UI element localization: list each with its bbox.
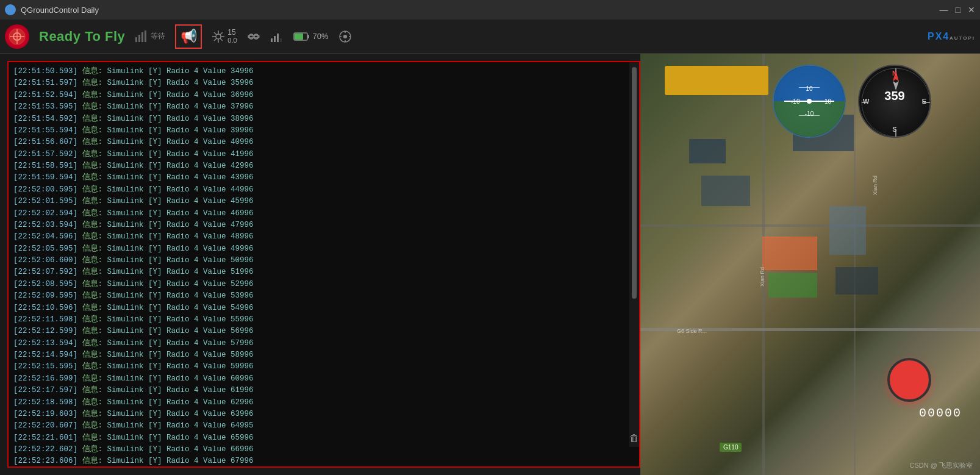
svg-point-8 bbox=[216, 34, 221, 39]
svg-line-16 bbox=[214, 38, 216, 41]
map-area[interactable]: Gaojiaoyua Xian Rd Xian Rd G6 Side R... … bbox=[640, 54, 980, 475]
battery-level: 70% bbox=[313, 32, 329, 41]
megaphone-icon: 📢 bbox=[181, 29, 197, 45]
minimize-button[interactable]: — bbox=[940, 5, 948, 15]
road-horizontal-1 bbox=[640, 224, 980, 227]
log-panel: [22:51:50.593] 信息: Simulink [Y] Radio 4 … bbox=[0, 54, 640, 475]
log-line: [22:51:53.595] 信息: Simulink [Y] Radio 4 … bbox=[13, 101, 624, 113]
link-signal bbox=[270, 30, 284, 43]
main-content: [22:51:50.593] 信息: Simulink [Y] Radio 4 … bbox=[0, 54, 980, 475]
watermark: CSDN @ 飞思实验室 bbox=[910, 461, 973, 470]
clear-log-icon[interactable]: 🗑 bbox=[629, 433, 639, 445]
log-line: [22:51:59.594] 信息: Simulink [Y] Radio 4 … bbox=[13, 172, 624, 184]
signal-status: 等待 bbox=[135, 30, 165, 43]
log-line: [22:52:11.598] 信息: Simulink [Y] Radio 4 … bbox=[13, 314, 624, 326]
app-title: QGroundControl Daily bbox=[21, 5, 935, 15]
link-icon bbox=[247, 30, 260, 43]
sky-half bbox=[774, 66, 845, 101]
log-console[interactable]: [22:51:50.593] 信息: Simulink [Y] Radio 4 … bbox=[7, 61, 640, 468]
log-line: [22:52:04.596] 信息: Simulink [Y] Radio 4 … bbox=[13, 231, 624, 243]
log-line: [22:51:57.592] 信息: Simulink [Y] Radio 4 … bbox=[13, 149, 624, 160]
svg-rect-21 bbox=[274, 36, 276, 42]
compass-east: E bbox=[922, 98, 926, 105]
log-line: [22:52:06.600] 信息: Simulink [Y] Radio 4 … bbox=[13, 255, 624, 266]
record-button[interactable] bbox=[887, 358, 931, 402]
log-line: [22:52:03.594] 信息: Simulink [Y] Radio 4 … bbox=[13, 220, 624, 231]
titlebar: QGroundControl Daily — □ ✕ bbox=[0, 0, 980, 20]
log-line: [22:52:22.602] 信息: Simulink [Y] Radio 4 … bbox=[13, 444, 624, 455]
compass-rose: N S W E 359 bbox=[858, 65, 931, 138]
log-line: [22:52:13.594] 信息: Simulink [Y] Radio 4 … bbox=[13, 338, 624, 349]
map-feature-red bbox=[762, 237, 817, 270]
log-line: [22:52:10.596] 信息: Simulink [Y] Radio 4 … bbox=[13, 302, 624, 314]
svg-text:PX4: PX4 bbox=[928, 31, 950, 41]
log-line: [22:52:00.595] 信息: Simulink [Y] Radio 4 … bbox=[13, 184, 624, 196]
log-lines: [22:51:50.593] 信息: Simulink [Y] Radio 4 … bbox=[9, 62, 629, 466]
counter-display: 00000 bbox=[919, 406, 962, 420]
log-line: [22:52:14.594] 信息: Simulink [Y] Radio 4 … bbox=[13, 349, 624, 361]
building-1 bbox=[689, 139, 726, 163]
log-line: [22:52:21.601] 信息: Simulink [Y] Radio 4 … bbox=[13, 432, 624, 444]
pitch-right-value: 10 bbox=[824, 98, 831, 105]
map-notification bbox=[665, 66, 768, 95]
gps-status bbox=[338, 30, 352, 43]
log-line: [22:51:52.594] 信息: Simulink [Y] Radio 4 … bbox=[13, 90, 624, 101]
road-sign-g110: G110 bbox=[720, 443, 742, 452]
log-line: [22:52:23.606] 信息: Simulink [Y] Radio 4 … bbox=[13, 455, 624, 466]
log-line: [22:52:02.594] 信息: Simulink [Y] Radio 4 … bbox=[13, 208, 624, 220]
map-feature-green bbox=[768, 273, 817, 298]
signal-label: 等待 bbox=[151, 31, 165, 41]
log-line: [22:52:12.599] 信息: Simulink [Y] Radio 4 … bbox=[13, 326, 624, 337]
megaphone-button[interactable]: 📢 bbox=[175, 24, 202, 49]
log-line: [22:51:56.607] 信息: Simulink [Y] Radio 4 … bbox=[13, 137, 624, 148]
log-scrollbar[interactable]: 🗑 bbox=[629, 62, 639, 447]
svg-line-14 bbox=[220, 38, 223, 41]
log-line: [22:52:16.599] 信息: Simulink [Y] Radio 4 … bbox=[13, 373, 624, 385]
svg-rect-4 bbox=[135, 37, 137, 42]
road-label-xian2: Xian Rd bbox=[872, 176, 878, 195]
compass-north: N bbox=[892, 70, 897, 77]
log-line: [22:51:55.594] 信息: Simulink [Y] Radio 4 … bbox=[13, 125, 624, 137]
svg-rect-6 bbox=[141, 32, 143, 42]
attitude-indicator: 10 -10 -10 10 bbox=[773, 65, 846, 138]
flight-status: Ready To Fly bbox=[39, 29, 125, 45]
svg-line-15 bbox=[220, 32, 223, 35]
svg-rect-22 bbox=[277, 34, 279, 42]
battery-status: 70% bbox=[293, 31, 329, 42]
road-label-g6: G6 Side R... bbox=[677, 328, 707, 334]
log-line: [22:52:05.595] 信息: Simulink [Y] Radio 4 … bbox=[13, 243, 624, 255]
svg-rect-18 bbox=[249, 34, 253, 39]
svg-rect-26 bbox=[295, 34, 303, 40]
log-line: [22:51:50.593] 信息: Simulink [Y] Radio 4 … bbox=[13, 66, 624, 77]
heading-value: 359 bbox=[884, 89, 904, 103]
satellite-value: 0.0 bbox=[227, 37, 237, 44]
log-line: [22:52:01.595] 信息: Simulink [Y] Radio 4 … bbox=[13, 196, 624, 207]
scrollbar-thumb[interactable] bbox=[632, 67, 637, 299]
app-icon bbox=[5, 4, 16, 15]
log-line: [22:52:07.592] 信息: Simulink [Y] Radio 4 … bbox=[13, 266, 624, 278]
compass-outer: N S W E 359 bbox=[858, 65, 931, 138]
satellite-count: 15 bbox=[227, 29, 237, 37]
log-line: [22:52:18.598] 信息: Simulink [Y] Radio 4 … bbox=[13, 397, 624, 409]
svg-text:AUTOPILOT: AUTOPILOT bbox=[950, 35, 975, 41]
close-button[interactable]: ✕ bbox=[968, 5, 975, 15]
pitch-left-value: -10 bbox=[791, 98, 799, 105]
app-logo[interactable] bbox=[5, 24, 29, 49]
log-line: [22:51:51.597] 信息: Simulink [Y] Radio 4 … bbox=[13, 77, 624, 89]
svg-rect-23 bbox=[280, 38, 282, 42]
log-line: [22:52:20.607] 信息: Simulink [Y] Radio 4 … bbox=[13, 420, 624, 432]
signal-icon bbox=[135, 30, 148, 43]
gps-icon bbox=[338, 30, 352, 43]
compass-south: S bbox=[892, 126, 896, 133]
building-4 bbox=[835, 267, 878, 295]
svg-rect-7 bbox=[145, 30, 146, 42]
svg-rect-19 bbox=[254, 34, 258, 39]
maximize-button[interactable]: □ bbox=[956, 5, 960, 15]
toolbar: Ready To Fly 等待 📢 15 0.0 bbox=[0, 20, 980, 54]
log-line: [22:52:15.595] 信息: Simulink [Y] Radio 4 … bbox=[13, 361, 624, 373]
link-status bbox=[247, 30, 260, 43]
svg-line-13 bbox=[214, 32, 216, 35]
svg-rect-20 bbox=[271, 38, 273, 42]
svg-rect-5 bbox=[138, 35, 140, 42]
log-line: [22:52:17.597] 信息: Simulink [Y] Radio 4 … bbox=[13, 385, 624, 396]
